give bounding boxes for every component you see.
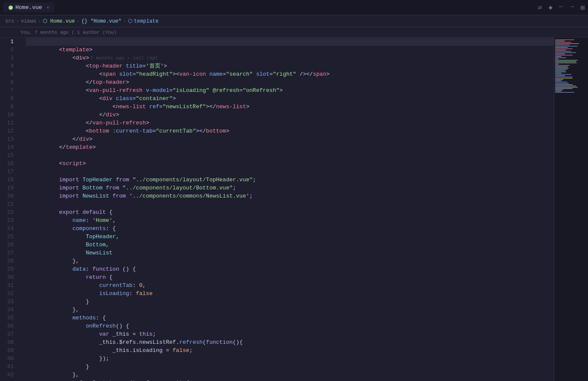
- breadcrumb-obj[interactable]: {} "Home.vue": [81, 18, 122, 24]
- layout-icon[interactable]: ▤: [581, 3, 585, 12]
- tab-label: Home.vue: [15, 4, 42, 11]
- line-num-37: 37: [0, 330, 19, 338]
- line-num-27: 27: [0, 249, 19, 257]
- line-num-6: 6: [0, 78, 19, 86]
- breadcrumb: src › views › ⬡ Home.vue › {} "Home.vue"…: [0, 15, 588, 27]
- line-num-8: 8: [0, 95, 19, 103]
- line-num-11: 11: [0, 119, 19, 127]
- line-34: methods: {: [26, 306, 554, 314]
- minimap-line: [555, 62, 577, 63]
- tab-close-button[interactable]: ×: [46, 5, 49, 10]
- line-num-7: 7: [0, 86, 19, 95]
- line-num-10: 10: [0, 111, 19, 119]
- title-bar: Home.vue × ⇄ ◆ ← → ▤: [0, 0, 588, 15]
- minimap-line: [555, 87, 578, 88]
- title-bar-icons: ⇄ ◆ ← → ▤: [538, 3, 585, 12]
- line-num-32: 32: [0, 289, 19, 298]
- line-num-17: 17: [0, 168, 19, 176]
- minimap-line: [555, 57, 566, 58]
- forward-icon[interactable]: →: [570, 3, 574, 12]
- line-33: },: [26, 298, 554, 306]
- breadcrumb-views[interactable]: views: [21, 18, 36, 24]
- minimap-line: [555, 69, 567, 70]
- minimap-line: [555, 74, 571, 75]
- line-num-29: 29: [0, 265, 19, 273]
- line-num-3: 3: [0, 54, 19, 62]
- line-num-19: 19: [0, 184, 19, 192]
- minimap-line: [555, 52, 576, 53]
- line-num-2: 2: [0, 46, 19, 54]
- minimap-line: [555, 46, 578, 47]
- line-num-15: 15: [0, 151, 19, 159]
- line-num-9: 9: [0, 103, 19, 111]
- minimap-line: [555, 83, 569, 84]
- breadcrumb-homevue[interactable]: ⬡ Home.vue: [43, 18, 75, 24]
- breadcrumb-src[interactable]: src: [5, 18, 15, 24]
- code-area[interactable]: 1 2 3 4 5 6 7 8 9 10 11 12 13 14 15 16 1…: [0, 38, 554, 381]
- minimap-line: [555, 59, 558, 59]
- minimap-line: [555, 70, 565, 71]
- minimap-line: [555, 84, 573, 85]
- minimap-line: [555, 82, 567, 83]
- minimap-line: [555, 55, 573, 56]
- minimap-line: [555, 78, 573, 79]
- blame-bar: You, 7 months ago | 1 author (You): [0, 27, 588, 38]
- line-num-38: 38: [0, 338, 19, 346]
- editor: 1 2 3 4 5 6 7 8 9 10 11 12 13 14 15 16 1…: [0, 38, 588, 381]
- line-num-1: 1: [0, 38, 19, 46]
- minimap-line: [555, 56, 561, 57]
- minimap-line: [555, 80, 561, 81]
- line-1: <template> You, 7 months ago • init rept: [26, 38, 554, 46]
- minimap-line: [555, 86, 576, 86]
- minimap: [554, 38, 588, 381]
- line-num-16: 16: [0, 159, 19, 168]
- lines-container: 1 2 3 4 5 6 7 8 9 10 11 12 13 14 15 16 1…: [0, 38, 554, 381]
- line-14: [26, 143, 554, 151]
- minimap-line: [555, 79, 563, 80]
- code-content: <template> You, 7 months ago • init rept…: [19, 38, 554, 381]
- line-num-23: 23: [0, 216, 19, 224]
- line-num-22: 22: [0, 208, 19, 216]
- line-num-18: 18: [0, 176, 19, 184]
- line-num-20: 20: [0, 192, 19, 200]
- back-icon[interactable]: ←: [559, 3, 563, 12]
- minimap-line: [555, 65, 570, 66]
- vue-icon: [9, 6, 13, 10]
- line-num-35: 35: [0, 314, 19, 322]
- line-num-13: 13: [0, 135, 19, 143]
- minimap-line: [555, 89, 563, 90]
- tab-home-vue[interactable]: Home.vue ×: [3, 3, 54, 12]
- diamond-icon[interactable]: ◆: [549, 3, 552, 12]
- line-num-41: 41: [0, 363, 19, 371]
- line-num-39: 39: [0, 346, 19, 354]
- blame-text: You, 7 months ago | 1 author (You): [21, 30, 116, 35]
- minimap-line: [555, 60, 578, 61]
- minimap-line: [555, 73, 561, 74]
- minimap-line: [555, 42, 571, 43]
- minimap-line: [555, 91, 561, 92]
- line-42: beforeRouteLeave (to, from, next) {: [26, 371, 554, 379]
- line-num-21: 21: [0, 200, 19, 208]
- line-num-26: 26: [0, 241, 19, 249]
- line-num-12: 12: [0, 127, 19, 135]
- line-num-33: 33: [0, 298, 19, 306]
- line-num-14: 14: [0, 143, 19, 151]
- line-28: data: function () {: [26, 257, 554, 265]
- line-num-28: 28: [0, 257, 19, 265]
- minimap-line: [555, 48, 573, 49]
- line-numbers: 1 2 3 4 5 6 7 8 9 10 11 12 13 14 15 16 1…: [0, 38, 19, 381]
- minimap-line: [555, 41, 565, 41]
- line-num-25: 25: [0, 233, 19, 241]
- minimap-line: [555, 51, 571, 52]
- minimap-line: [555, 43, 579, 44]
- minimap-line: [555, 68, 569, 68]
- line-13: </template>: [26, 135, 554, 143]
- minimap-line: [555, 77, 573, 77]
- minimap-line: [555, 47, 568, 48]
- split-icon[interactable]: ⇄: [538, 3, 542, 12]
- line-41: },: [26, 363, 554, 371]
- line-num-34: 34: [0, 306, 19, 314]
- minimap-line: [555, 92, 574, 93]
- line-16: [26, 159, 554, 168]
- breadcrumb-template[interactable]: ⬡ template: [128, 18, 159, 24]
